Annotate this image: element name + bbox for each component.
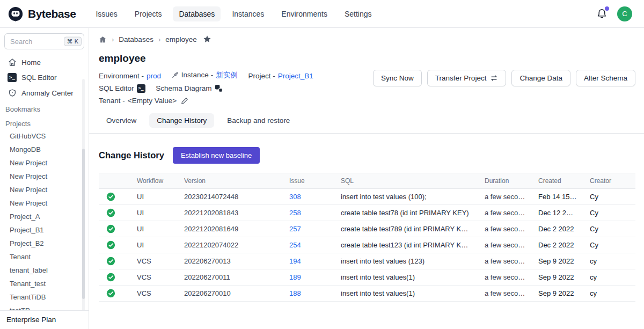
issue-link[interactable]: 194: [289, 257, 301, 265]
bytebase-logo[interactable]: Bytebase: [8, 6, 76, 22]
table-row[interactable]: UI20230214072448308insert into test valu…: [99, 189, 635, 205]
breadcrumb-current[interactable]: employee: [165, 35, 197, 43]
sidebar-project-project-b2[interactable]: Project_B2: [0, 237, 89, 250]
breadcrumb-databases[interactable]: Databases: [119, 35, 153, 43]
issue-link[interactable]: 188: [289, 289, 301, 297]
nav-item-databases[interactable]: Databases: [173, 6, 221, 21]
bytebase-logo-icon: [8, 6, 24, 22]
cell-creator: cy: [581, 286, 635, 302]
issue-link[interactable]: 254: [289, 241, 301, 249]
schema-diagram-shortcut[interactable]: Schema Diagram: [156, 82, 222, 94]
column-header-duration: Duration: [476, 173, 530, 189]
cell-created: Dec 2 2022: [530, 237, 581, 253]
table-row[interactable]: UI20221202074022254create table test123 …: [99, 237, 635, 253]
sidebar-project-tenant-label[interactable]: tenant_label: [0, 264, 89, 277]
nav-item-issues[interactable]: Issues: [90, 6, 123, 21]
cell-created: Sep 9 2022: [530, 269, 581, 286]
action-buttons: Sync NowTransfer Project Change DataAlte…: [373, 70, 635, 86]
button-label: Transfer Project: [435, 74, 487, 82]
sidebar-project-project-b1[interactable]: Project_B1: [0, 223, 89, 237]
sidebar-scrollbar-thumb[interactable]: [82, 149, 85, 299]
cell-creator: Cy: [581, 237, 635, 253]
column-header-workflow: Workflow: [128, 173, 175, 189]
sidebar-project-githubvcs[interactable]: GitHubVCS: [0, 129, 89, 143]
table-row[interactable]: VCS202206270010188insert into test value…: [99, 286, 635, 302]
cell-issue: 257: [281, 221, 332, 237]
button-label: Alter Schema: [584, 74, 627, 82]
project-link[interactable]: Project_B1: [278, 70, 313, 82]
instance-engine-icon: [172, 71, 179, 78]
cell-workflow: UI: [128, 189, 175, 205]
button-label: Change Data: [519, 74, 562, 82]
column-header-issue: Issue: [281, 173, 332, 189]
issue-link[interactable]: 308: [289, 193, 301, 201]
cell-created: Sep 9 2022: [530, 253, 581, 269]
environment-label: Environment -: [99, 70, 144, 82]
sidebar-project-tenant[interactable]: Tenant: [0, 250, 89, 264]
cell-creator: Cy: [581, 189, 635, 205]
sidebar-project-tenanttidb[interactable]: TenantTiDB: [0, 290, 89, 304]
issue-link[interactable]: 257: [289, 225, 301, 233]
cell-created: Dec 2 2022: [530, 221, 581, 237]
table-row[interactable]: UI20221202081649257create table test789 …: [99, 221, 635, 237]
cell-issue: 254: [281, 237, 332, 253]
change-data-button[interactable]: Change Data: [511, 70, 570, 86]
notifications-button[interactable]: [596, 8, 608, 19]
cell-version: 20221202081843: [175, 205, 281, 221]
column-header-created: Created: [530, 173, 581, 189]
sidebar-project-tenant-test[interactable]: Tenant_test: [0, 277, 89, 290]
issue-link[interactable]: 258: [289, 209, 301, 217]
sidebar-project-new-project[interactable]: New Project: [0, 183, 89, 196]
tab-bar: OverviewChange HistoryBackup and restore: [89, 113, 644, 134]
tab-backup-and-restore[interactable]: Backup and restore: [219, 113, 297, 128]
nav-item-environments[interactable]: Environments: [275, 6, 333, 21]
sidebar-scrollbar[interactable]: [82, 79, 85, 326]
bookmark-star-icon[interactable]: [203, 35, 211, 43]
table-row[interactable]: VCS202206270013194insert into test value…: [99, 253, 635, 269]
sidebar-project-new-project[interactable]: New Project: [0, 156, 89, 170]
top-nav-links: IssuesProjectsDatabasesInstancesEnvironm…: [90, 6, 377, 21]
cell-creator: Cy: [581, 205, 635, 221]
transfer-project-button[interactable]: Transfer Project: [427, 70, 507, 86]
nav-item-instances[interactable]: Instances: [226, 6, 270, 21]
cell-duration: a few seconds: [476, 189, 530, 205]
cell-issue: 194: [281, 253, 332, 269]
tab-change-history[interactable]: Change History: [149, 113, 214, 128]
breadcrumb-home-icon[interactable]: [99, 35, 107, 43]
environment-link[interactable]: prod: [147, 70, 161, 82]
status-done-icon: [99, 253, 128, 269]
anomaly-center-icon: [8, 89, 17, 97]
edit-tenant-pencil-icon[interactable]: [181, 97, 188, 105]
table-row[interactable]: VCS202206270011189insert into test value…: [99, 269, 635, 286]
table-header-row: WorkflowVersionIssueSQLDurationCreatedCr…: [99, 173, 635, 189]
sidebar-project-new-project[interactable]: New Project: [0, 170, 89, 183]
breadcrumb-separator: ›: [158, 35, 160, 43]
sidebar-section-projects: Projects: [0, 115, 89, 129]
sidebar-item-home[interactable]: Home: [0, 55, 89, 70]
status-done-icon: [99, 269, 128, 286]
table-row[interactable]: UI20221202081843258create table test78 (…: [99, 205, 635, 221]
nav-item-settings[interactable]: Settings: [339, 6, 378, 21]
avatar[interactable]: C: [617, 6, 632, 21]
sql-editor-shortcut[interactable]: SQL Editor >_: [99, 82, 145, 94]
alter-schema-button[interactable]: Alter Schema: [576, 70, 635, 86]
sync-now-button[interactable]: Sync Now: [373, 70, 422, 86]
sidebar-project-mongodb[interactable]: MongoDB: [0, 143, 89, 156]
sidebar-project-new-project[interactable]: New Project: [0, 196, 89, 210]
home-icon: [8, 58, 17, 67]
sidebar-project-project-a[interactable]: Project_A: [0, 210, 89, 223]
sidebar-item-sql-editor[interactable]: >_ SQL Editor: [0, 70, 89, 85]
cell-creator: Cy: [581, 221, 635, 237]
cell-sql: insert into test values(1): [332, 286, 476, 302]
sidebar: ⌘ K Home >_ SQL Editor Anomaly Center Bo…: [0, 28, 89, 329]
nav-item-projects[interactable]: Projects: [129, 6, 168, 21]
sidebar-item-anomaly-center[interactable]: Anomaly Center: [0, 85, 89, 100]
cell-duration: a few seconds: [476, 205, 530, 221]
establish-baseline-button[interactable]: Establish new baseline: [173, 147, 260, 164]
instance-link[interactable]: 新实例: [216, 69, 238, 81]
plan-label[interactable]: Enterprise Plan: [0, 310, 89, 329]
tab-overview[interactable]: Overview: [99, 113, 144, 128]
cell-created: Feb 14 15:32: [530, 189, 581, 205]
issue-link[interactable]: 189: [289, 273, 301, 281]
cell-duration: a few seconds: [476, 269, 530, 286]
